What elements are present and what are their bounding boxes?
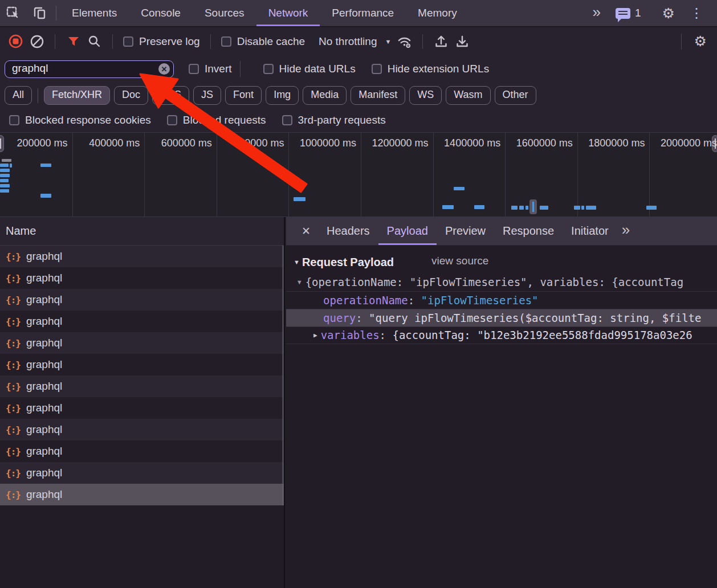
request-row[interactable]: {:}graphql: [0, 440, 284, 462]
search-button[interactable]: [87, 34, 102, 49]
clear-filter-icon[interactable]: ✕: [158, 63, 170, 75]
payload-row-variables[interactable]: ▶ variables: {accountTag: "b12e3b2192ee5…: [286, 326, 717, 344]
hide-extension-urls-checkbox[interactable]: [372, 64, 382, 74]
timeline-request-bar: [0, 174, 10, 177]
request-name: graphql: [26, 315, 62, 328]
tab-sources[interactable]: Sources: [193, 0, 256, 26]
payload-key: operationName: [323, 294, 408, 307]
tab-memory[interactable]: Memory: [406, 0, 469, 26]
network-settings-gear-icon[interactable]: ⚙: [692, 33, 709, 50]
more-tabs-icon[interactable]: »: [588, 3, 609, 23]
timeline-request-bar: [294, 197, 305, 201]
preserve-log-checkbox[interactable]: [123, 36, 133, 47]
chip-media[interactable]: Media: [303, 86, 347, 105]
request-row[interactable]: {:}graphql: [0, 246, 284, 267]
request-row[interactable]: {:}graphql: [0, 419, 284, 440]
chip-js[interactable]: JS: [193, 86, 221, 105]
chip-css[interactable]: CSS: [152, 86, 189, 105]
throttling-value: No throttling: [319, 35, 377, 48]
resource-type-chips: AllFetch/XHRDocCSSJSFontImgMediaManifest…: [0, 83, 717, 108]
detail-tab-initiator[interactable]: Initiator: [563, 217, 617, 245]
detail-tab-response[interactable]: Response: [494, 217, 563, 245]
issues-button[interactable]: 1: [609, 7, 648, 19]
search-icon: [87, 34, 101, 48]
third-party-requests-checkbox[interactable]: [282, 115, 292, 125]
request-list-scrollbar[interactable]: [282, 246, 284, 505]
tab-console[interactable]: Console: [129, 0, 193, 26]
tabbar-right-controls: » 1 ⚙ ⋮: [588, 0, 717, 26]
chip-manifest[interactable]: Manifest: [351, 86, 405, 105]
toolbar-divider-2: [112, 34, 113, 49]
expand-triangle-icon[interactable]: ▶: [313, 332, 317, 339]
filter-funnel-icon: [67, 35, 80, 48]
request-list: {:}graphql{:}graphql{:}graphql{:}graphql…: [0, 246, 284, 505]
expand-triangle-icon[interactable]: ▼: [298, 279, 302, 286]
record-network-log-button[interactable]: [8, 34, 23, 49]
inspect-element-button[interactable]: [0, 0, 26, 26]
request-row[interactable]: {:}graphql: [0, 267, 284, 289]
detail-tab-payload[interactable]: Payload: [378, 217, 437, 245]
kebab-menu-icon[interactable]: ⋮: [682, 5, 711, 21]
invert-label: Invert: [205, 63, 232, 75]
view-source-link[interactable]: view source: [431, 255, 488, 267]
disable-cache-label: Disable cache: [237, 35, 305, 48]
filter-input[interactable]: [5, 60, 174, 78]
throttling-caret-icon: ▼: [385, 38, 391, 45]
advanced-filters-row: Blocked response cookies Blocked request…: [0, 108, 717, 133]
request-row[interactable]: {:}graphql: [0, 289, 284, 311]
settings-gear-icon[interactable]: ⚙: [655, 5, 682, 22]
detail-tabs: HeadersPayloadPreviewResponseInitiator: [318, 217, 617, 245]
export-har-button[interactable]: [454, 34, 470, 49]
detail-tabstrip: ✕ HeadersPayloadPreviewResponseInitiator…: [286, 217, 717, 246]
request-row[interactable]: {:}graphql: [0, 332, 284, 354]
chip-font[interactable]: Font: [225, 86, 262, 105]
chip-fetch-xhr[interactable]: Fetch/XHR: [44, 86, 110, 105]
request-payload-section-header[interactable]: ▼ Request Payload: [294, 256, 394, 269]
disable-cache-checkbox[interactable]: [221, 36, 231, 47]
detail-tab-headers[interactable]: Headers: [318, 217, 378, 245]
request-row[interactable]: {:}graphql: [0, 484, 284, 505]
chip-ws[interactable]: WS: [409, 86, 442, 105]
blocked-requests-checkbox[interactable]: [167, 115, 177, 125]
name-column-label: Name: [6, 224, 36, 238]
chip-wasm[interactable]: Wasm: [446, 86, 490, 105]
filter-button[interactable]: [66, 34, 81, 49]
request-row[interactable]: {:}graphql: [0, 375, 284, 397]
name-column-header[interactable]: Name: [0, 217, 284, 246]
device-toolbar-button[interactable]: [26, 0, 52, 26]
network-toolbar: Preserve log Disable cache No throttling…: [0, 27, 717, 55]
chip-img[interactable]: Img: [266, 86, 299, 105]
close-detail-icon[interactable]: ✕: [294, 217, 318, 245]
devtools-tabbar: ElementsConsoleSourcesNetworkPerformance…: [0, 0, 717, 27]
blocked-response-cookies-checkbox[interactable]: [9, 115, 19, 125]
tab-performance[interactable]: Performance: [320, 0, 406, 26]
upload-icon: [434, 34, 449, 49]
tab-elements[interactable]: Elements: [60, 0, 129, 26]
tab-network[interactable]: Network: [256, 0, 320, 26]
network-overview-timeline[interactable]: 200000 ms400000 ms600000 ms800000 ms1000…: [0, 133, 717, 217]
chip-doc[interactable]: Doc: [114, 86, 148, 105]
throttling-select[interactable]: No throttling ▼: [319, 35, 391, 48]
payload-root-preview: {operationName: "ipFlowTimeseries", vari…: [305, 276, 683, 288]
network-conditions-button[interactable]: [397, 34, 412, 49]
detail-tab-preview[interactable]: Preview: [437, 217, 494, 245]
chip-all[interactable]: All: [5, 86, 32, 105]
invert-checkbox[interactable]: [189, 64, 199, 74]
request-row[interactable]: {:}graphql: [0, 462, 284, 484]
request-row[interactable]: {:}graphql: [0, 397, 284, 419]
payload-root-row[interactable]: ▼ {operationName: "ipFlowTimeseries", va…: [286, 273, 717, 291]
clear-network-log-button[interactable]: [29, 34, 44, 49]
payload-row-operation-name[interactable]: operationName: "ipFlowTimeseries": [286, 291, 717, 309]
chip-other[interactable]: Other: [495, 86, 536, 105]
detail-more-tabs-icon[interactable]: »: [617, 217, 634, 245]
json-braces-icon: {:}: [6, 381, 21, 392]
json-braces-icon: {:}: [6, 403, 21, 414]
json-braces-icon: {:}: [6, 360, 21, 370]
payload-row-query[interactable]: query: "query ipFlowTimeseries($accountT…: [286, 309, 717, 326]
hide-data-urls-checkbox[interactable]: [263, 64, 274, 74]
timeline-request-bar: [519, 206, 524, 210]
request-row[interactable]: {:}graphql: [0, 354, 284, 375]
request-row[interactable]: {:}graphql: [0, 311, 284, 332]
blocked-response-cookies-label: Blocked response cookies: [25, 114, 151, 126]
import-har-button[interactable]: [433, 34, 449, 49]
